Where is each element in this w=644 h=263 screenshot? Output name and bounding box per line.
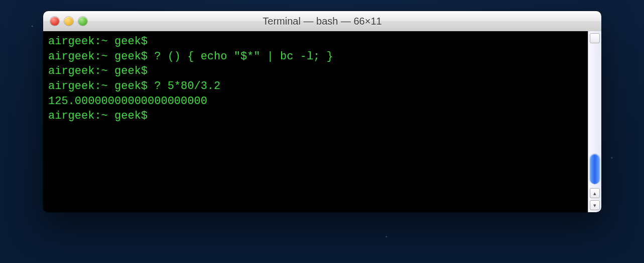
window-controls [50, 17, 87, 26]
scroll-thumb[interactable] [590, 154, 600, 184]
terminal-window: Terminal — bash — 66×11 airgeek:~ geek$ … [43, 11, 601, 212]
window-content: airgeek:~ geek$ airgeek:~ geek$ ? () { e… [43, 31, 601, 212]
prompt: airgeek:~ geek$ [48, 80, 148, 93]
scroll-up-icon[interactable]: ▴ [590, 188, 600, 198]
prompt: airgeek:~ geek$ [48, 65, 148, 77]
prompt: airgeek:~ geek$ [48, 50, 148, 63]
scroll-down-icon[interactable]: ▾ [590, 200, 600, 210]
prompt: airgeek:~ geek$ [48, 35, 148, 48]
terminal-output[interactable]: airgeek:~ geek$ airgeek:~ geek$ ? () { e… [43, 31, 588, 212]
prompt: airgeek:~ geek$ [48, 110, 148, 122]
command: ? 5*80/3.2 [154, 80, 220, 93]
output-line: 125.00000000000000000000 [48, 95, 207, 108]
command: ? () { echo "$*" | bc -l; } [154, 50, 333, 63]
vertical-scrollbar[interactable]: ▴ ▾ [588, 31, 601, 212]
window-title: Terminal — bash — 66×11 [43, 16, 601, 27]
close-icon[interactable] [50, 17, 59, 26]
minimize-icon[interactable] [64, 17, 73, 26]
scroll-track[interactable] [588, 44, 601, 187]
zoom-icon[interactable] [78, 17, 87, 26]
scroll-top-box-icon[interactable] [590, 33, 600, 43]
window-titlebar[interactable]: Terminal — bash — 66×11 [43, 11, 601, 32]
